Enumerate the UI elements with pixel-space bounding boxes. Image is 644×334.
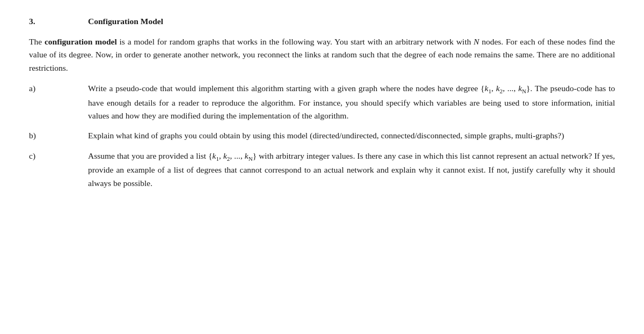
intro-paragraph: The configuration model is a model for r…	[29, 35, 615, 75]
math-set-a: {k1, k2, ..., kN}	[481, 84, 530, 93]
section-header: 3. Configuration Model	[29, 15, 615, 28]
var-N: N	[474, 37, 479, 46]
section-title: Configuration Model	[88, 15, 163, 28]
sub-content-b: Explain what kind of graphs you could ob…	[88, 129, 615, 142]
sub-label-b: b)	[29, 129, 88, 142]
bold-term: configuration model	[45, 37, 117, 46]
subsection-b: b) Explain what kind of graphs you could…	[29, 129, 615, 142]
sub-label-a: a)	[29, 82, 88, 95]
subsection-a: a) Write a pseudo-code that would implem…	[29, 82, 615, 122]
sub-label-c: c)	[29, 150, 88, 162]
math-set-c: {k1, k2, ..., kN}	[208, 151, 257, 160]
subsection-c: c) Assume that you are provided a list {…	[29, 150, 615, 190]
sub-content-c: Assume that you are provided a list {k1,…	[88, 150, 615, 190]
sub-content-a: Write a pseudo-code that would implement…	[88, 82, 615, 122]
section-number: 3.	[29, 15, 88, 28]
